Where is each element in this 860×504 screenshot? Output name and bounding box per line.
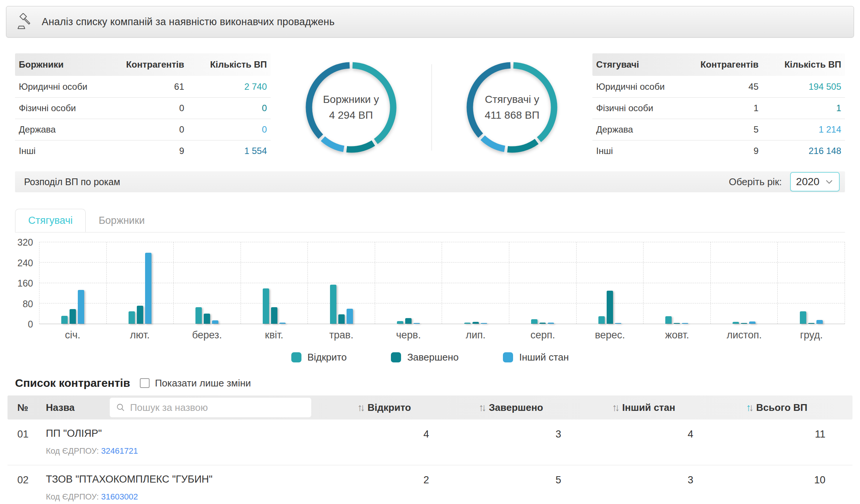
tab-collectors[interactable]: Стягувачі <box>15 209 86 232</box>
legend-item-other[interactable]: Інший стан <box>503 352 569 363</box>
row-vp-count-link[interactable]: 194 505 <box>759 81 841 92</box>
sort-col-other[interactable]: ↑↓ Інший стан <box>584 402 717 413</box>
search-box <box>110 398 311 417</box>
table-row: Інші 9 216 148 <box>592 140 845 161</box>
bar-Інший стан <box>615 323 621 324</box>
page-header: Аналіз списку компаній за наявністю вико… <box>6 6 854 38</box>
row-number: 02 <box>17 474 46 486</box>
collectors-table-header: Стягувачі Контрагентів Кількість ВП <box>592 53 845 76</box>
collectors-title: Стягувачі <box>596 59 672 70</box>
col-counterparties: Контрагентів <box>98 59 184 70</box>
legend-item-closed[interactable]: Завершено <box>391 352 459 363</box>
legend-swatch-other <box>503 352 513 362</box>
debtors-table: Боржники Контрагентів Кількість ВП Юриди… <box>15 53 271 161</box>
bar-chart-plot <box>39 242 845 324</box>
edrpou-code-link[interactable]: 31603002 <box>101 492 138 501</box>
sort-col-total[interactable]: ↑↓ Всього ВП <box>717 402 849 413</box>
col-opened-label: Відкрито <box>368 402 411 413</box>
show-changes-checkbox[interactable] <box>140 378 150 388</box>
row-vp-count-link[interactable]: 1 554 <box>184 146 267 156</box>
bar-Відкрито <box>598 316 605 324</box>
y-tick-label: 80 <box>23 298 33 309</box>
x-axis: січ.лют.берез.квіт.трав.черв.лип.серп.ве… <box>39 329 845 341</box>
bar-Завершено <box>204 314 210 324</box>
month-group-11 <box>710 242 778 324</box>
bar-Завершено <box>137 306 143 324</box>
table-row: Юридичні особи 45 194 505 <box>592 76 845 97</box>
sort-col-closed[interactable]: ↑↓ Завершено <box>453 402 585 413</box>
bar-Завершено <box>539 323 546 324</box>
row-vp-count-link[interactable]: 0 <box>184 124 267 135</box>
row-vp-count-link[interactable]: 1 <box>759 103 841 113</box>
row-label: Держава <box>596 124 672 135</box>
y-axis: 080160240320 <box>15 242 39 324</box>
chart-tabs: Стягувачі Боржники <box>15 209 845 232</box>
bar-Відкрито <box>263 288 269 324</box>
company-name: ТЗОВ "ПТАХОКОМПЛЕКС "ГУБИН" <box>46 474 320 485</box>
company-code-line: Код ЄДРПОУ: 31603002 <box>46 492 320 502</box>
bar-Завершено <box>674 323 680 324</box>
debtors-title: Боржники <box>19 59 98 70</box>
year-section-bar: Розподіл ВП по рокам Оберіть рік: 2020 <box>15 171 845 192</box>
x-tick-label: берез. <box>173 329 241 341</box>
collectors-table: Стягувачі Контрагентів Кількість ВП Юрид… <box>592 53 845 161</box>
row-label: Держава <box>19 124 98 135</box>
bar-Інший стан <box>347 309 353 324</box>
year-select-value: 2020 <box>796 176 819 188</box>
x-tick-label: лип. <box>442 329 509 341</box>
chevron-down-icon <box>825 177 834 186</box>
col-other-label: Інший стан <box>622 402 675 413</box>
row-label: Інші <box>19 146 98 156</box>
donut-line1: Боржники у <box>323 94 379 106</box>
bar-Інший стан <box>145 253 151 324</box>
row-counterparties: 1 <box>672 103 759 113</box>
bar-Відкрито <box>129 311 135 324</box>
x-tick-label: лют. <box>106 329 174 341</box>
x-tick-label: січ. <box>39 329 106 341</box>
gavel-icon <box>16 13 33 30</box>
sort-col-opened[interactable]: ↑↓ Відкрито <box>320 402 453 413</box>
collectors-donut-chart: Стягувачі у 411 868 ВП <box>465 60 559 155</box>
tab-debtors[interactable]: Боржники <box>86 209 157 232</box>
year-select[interactable]: 2020 <box>790 172 840 192</box>
row-label: Юридичні особи <box>596 81 672 92</box>
row-vp-count-link[interactable]: 2 740 <box>184 81 267 92</box>
bar-Відкрито <box>61 316 68 324</box>
bar-Відкрито <box>397 321 403 324</box>
search-input[interactable] <box>130 402 305 413</box>
month-group-1 <box>39 242 106 324</box>
x-tick-label: черв. <box>375 329 442 341</box>
row-counterparties: 45 <box>672 81 759 92</box>
row-label: Фізичні особи <box>19 103 98 113</box>
collectors-donut-label: Стягувачі у 411 868 ВП <box>465 60 559 155</box>
bar-Завершено <box>271 307 277 324</box>
row-counterparties: 0 <box>98 103 184 113</box>
row-vp-count-link[interactable]: 216 148 <box>759 146 841 156</box>
row-vp-count-link[interactable]: 1 214 <box>759 124 841 135</box>
bar-Інший стан <box>212 320 218 324</box>
edrpou-code-link[interactable]: 32461721 <box>101 446 138 456</box>
bar-Завершено <box>70 309 76 324</box>
debtors-table-header: Боржники Контрагентів Кількість ВП <box>15 53 271 76</box>
row-vp-count-link[interactable]: 0 <box>184 103 267 113</box>
table-row: Держава 5 1 214 <box>592 119 845 140</box>
y-tick-label: 160 <box>17 278 33 289</box>
contractor-row: 01 ПП "ОЛІЯР" Код ЄДРПОУ: 32461721 4 3 4… <box>8 419 852 465</box>
show-changes-toggle[interactable]: Показати лише зміни <box>140 377 251 389</box>
bar-Відкрито <box>800 311 806 324</box>
x-tick-label: серп. <box>509 329 577 341</box>
search-icon <box>116 402 126 413</box>
month-group-9 <box>576 242 643 324</box>
table-row: Фізичні особи 1 1 <box>592 97 845 119</box>
vertical-divider <box>432 64 432 151</box>
legend-item-opened[interactable]: Відкрито <box>291 352 347 363</box>
col-vp-count: Кількість ВП <box>184 59 267 70</box>
debtors-donut-chart: Боржники у 4 294 ВП <box>304 60 398 155</box>
closed-value: 3 <box>453 428 585 440</box>
bar-Інший стан <box>548 323 554 324</box>
show-changes-label: Показати лише зміни <box>155 377 251 389</box>
month-group-7 <box>442 242 509 324</box>
donut-line1: Стягувачі у <box>485 94 539 106</box>
bar-Інший стан <box>816 320 823 324</box>
year-select-label: Оберіть рік: <box>729 176 782 188</box>
